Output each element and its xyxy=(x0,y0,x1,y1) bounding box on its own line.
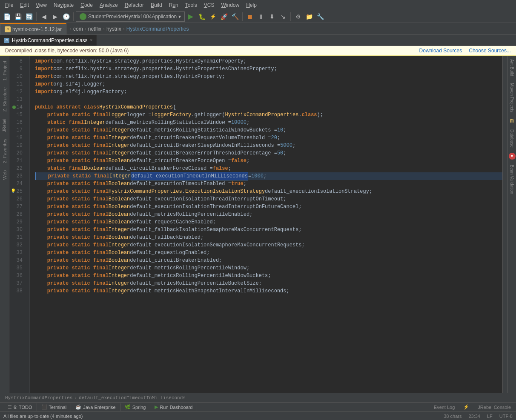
line-num-34: 34 xyxy=(9,257,26,264)
new-file-button[interactable]: 📄 xyxy=(2,11,12,22)
encoding: UTF-8 xyxy=(499,414,513,419)
breadcrumb-sep-3: › xyxy=(123,26,125,32)
jar-tab[interactable]: J hystrix-core-1.5.12.jar xyxy=(0,23,66,34)
menu-analyze[interactable]: Analyze xyxy=(96,1,121,9)
sidebar-favorites-label[interactable]: 2: Favorites xyxy=(1,135,8,166)
download-sources-link[interactable]: Download Sources xyxy=(419,48,462,54)
sidebar-structure-label[interactable]: Z: Structure xyxy=(1,84,8,115)
sidebar-web-label[interactable]: Web xyxy=(1,167,8,183)
status-tab-spring[interactable]: 🌿 Spring xyxy=(120,403,151,411)
step-into-button[interactable]: ↘ xyxy=(278,11,288,22)
line-num-29: 29 xyxy=(9,218,26,226)
right-panel-m-icon[interactable]: m xyxy=(509,117,516,124)
run-config-label: StudentProviderHystrix1004Application xyxy=(88,14,177,20)
code-line-23: private static final Integer default_exe… xyxy=(35,172,502,180)
menu-window[interactable]: Window xyxy=(218,1,243,9)
menu-help[interactable]: Help xyxy=(243,1,260,9)
right-panel-maven[interactable]: Maven Projects xyxy=(509,80,515,116)
menu-edit[interactable]: Edit xyxy=(17,1,32,9)
save-button[interactable]: 💾 xyxy=(13,11,23,22)
recent-files-button[interactable]: 🕐 xyxy=(61,11,71,22)
char-count: 38 chars xyxy=(444,414,462,419)
event-log-link[interactable]: Event Log xyxy=(432,405,457,410)
pause-button[interactable]: ⏸ xyxy=(256,11,266,22)
file-tab-close-button[interactable]: × xyxy=(90,38,92,43)
file-tab-label: HystrixCommandProperties.class xyxy=(12,37,87,43)
jar-icon: J xyxy=(5,26,11,32)
jrebel-console-link[interactable]: JRebel Console xyxy=(476,405,513,410)
run-config-dropdown[interactable]: StudentProviderHystrix1004Application ▾ xyxy=(76,11,185,22)
stop-button[interactable]: ⏹ xyxy=(245,11,255,22)
forward-button[interactable]: ▶ xyxy=(50,11,60,22)
status-tab-java-enterprise[interactable]: ☕ Java Enterprise xyxy=(71,403,120,411)
toolbar-sep-2 xyxy=(73,12,74,21)
code-line-20: private static final Integer default_cir… xyxy=(35,149,502,157)
menu-refactor[interactable]: Refactor xyxy=(121,1,147,9)
menu-vcs[interactable]: VCS xyxy=(201,1,218,9)
todo-icon: ☰ xyxy=(8,404,12,410)
file-tab-class[interactable]: C HystrixCommandProperties.class × xyxy=(0,35,97,46)
menu-file[interactable]: File xyxy=(2,1,17,9)
code-content[interactable]: import com.netflix.hystrix.strategy.prop… xyxy=(30,56,502,393)
line-num-12: 12 xyxy=(9,88,26,96)
code-line-30: private static final Integer default_fal… xyxy=(35,226,502,234)
menu-view[interactable]: View xyxy=(32,1,50,9)
right-panel-ant-build[interactable]: Ant Build xyxy=(509,56,515,80)
code-line-36: private static final Integer default_met… xyxy=(35,272,502,280)
code-line-37: private static final Integer default_met… xyxy=(35,280,502,287)
run-gutter-icon[interactable] xyxy=(12,106,16,109)
sdk-button[interactable]: 🔧 xyxy=(315,11,325,22)
toolbar-sep-1 xyxy=(36,12,37,21)
run-button[interactable]: ▶ xyxy=(186,11,196,22)
sync-button[interactable]: 🔄 xyxy=(24,11,34,22)
build-button[interactable]: 🔨 xyxy=(230,11,240,22)
debug-button[interactable]: 🐛 xyxy=(197,11,207,22)
chevron-down-icon: ▾ xyxy=(178,14,181,20)
project-structure-button[interactable]: 📁 xyxy=(304,11,314,22)
quickfix-bulb-icon[interactable]: 💡 xyxy=(11,188,16,195)
settings-button[interactable]: ⚙ xyxy=(293,11,303,22)
code-line-14: public abstract class HystrixCommandProp… xyxy=(35,103,502,111)
sidebar-jrebel-label[interactable]: JRebel xyxy=(1,115,8,135)
line-num-19: 19 xyxy=(9,142,26,149)
sidebar-project-label[interactable]: 1: Project xyxy=(1,57,8,84)
coverage-button[interactable]: ⚡ xyxy=(208,11,218,22)
menu-bar: File Edit View Navigate Code Analyze Ref… xyxy=(0,0,516,10)
code-line-12: import org.slf4j.LoggerFactory; xyxy=(35,88,502,96)
menu-build[interactable]: Build xyxy=(147,1,166,9)
breadcrumb-com[interactable]: com xyxy=(73,26,83,32)
status-tab-todo-label: 6: TODO xyxy=(14,405,32,410)
breadcrumb-hystrix[interactable]: hystrix xyxy=(106,26,121,32)
status-tab-todo[interactable]: ☰ 6: TODO xyxy=(3,403,37,411)
scrollbar-vertical[interactable] xyxy=(502,56,507,393)
line-num-25: 💡 25 xyxy=(9,188,26,195)
choose-sources-link[interactable]: Choose Sources... xyxy=(469,48,511,54)
run-config-icon xyxy=(80,13,86,20)
footer-class-name: HystrixCommandProperties xyxy=(5,395,72,400)
line-num-28: 28 xyxy=(9,211,26,218)
menu-navigate[interactable]: Navigate xyxy=(50,1,77,9)
right-panel-database[interactable]: Database xyxy=(509,126,515,151)
breadcrumb-sep-1: › xyxy=(85,26,86,32)
back-button[interactable]: ◀ xyxy=(39,11,49,22)
menu-tools[interactable]: Tools xyxy=(182,1,201,9)
profile-button[interactable]: 🚀 xyxy=(219,11,229,22)
line-num-32: 32 xyxy=(9,241,26,249)
breadcrumb-netflix[interactable]: netflix xyxy=(88,26,101,32)
right-panel-bean-icon[interactable]: ● xyxy=(509,153,516,160)
menu-code[interactable]: Code xyxy=(77,1,96,9)
footer-field-name: default_executionTimeoutInMilliseconds xyxy=(79,395,186,400)
status-tab-terminal[interactable]: ⬛ Terminal xyxy=(37,403,72,411)
right-panel-bean-validation[interactable]: Bean Validation xyxy=(509,161,515,197)
line-num-26: 26 xyxy=(9,195,26,203)
run-dashboard-icon: ▶ xyxy=(155,404,158,410)
jar-tab-label: hystrix-core-1.5.12.jar xyxy=(12,26,62,32)
step-over-button[interactable]: ⬇ xyxy=(267,11,277,22)
status-tab-run-dashboard[interactable]: ▶ Run Dashboard xyxy=(150,403,197,411)
status-tabs: ☰ 6: TODO ⬛ Terminal ☕ Java Enterprise 🌿… xyxy=(3,403,432,411)
line-num-13: 13 xyxy=(9,96,26,103)
breadcrumb-class[interactable]: HystrixCommandProperties xyxy=(126,26,189,32)
menu-run[interactable]: Run xyxy=(166,1,182,9)
terminal-icon: ⬛ xyxy=(41,404,47,410)
toolbar-sep-3 xyxy=(242,12,243,21)
